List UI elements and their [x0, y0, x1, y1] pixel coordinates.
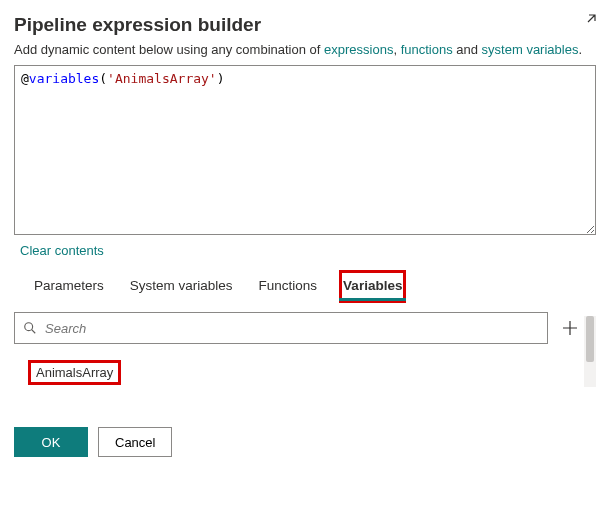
add-button[interactable]: [558, 316, 582, 340]
tab-parameters[interactable]: Parameters: [32, 272, 106, 301]
variable-item[interactable]: AnimalsArray: [30, 362, 119, 383]
tab-variables[interactable]: Variables: [341, 272, 404, 301]
page-title: Pipeline expression builder: [14, 14, 261, 36]
system-variables-link[interactable]: system variables: [482, 42, 579, 57]
editor-token: 'AnimalsArray': [107, 71, 217, 86]
editor-token: variables: [29, 71, 99, 86]
expressions-link[interactable]: expressions: [324, 42, 393, 57]
search-input[interactable]: [43, 320, 539, 337]
cancel-button[interactable]: Cancel: [98, 427, 172, 457]
clear-contents-link[interactable]: Clear contents: [20, 243, 104, 258]
expand-icon[interactable]: [580, 14, 596, 35]
search-box[interactable]: [14, 312, 548, 344]
tab-functions[interactable]: Functions: [257, 272, 320, 301]
search-icon: [23, 321, 37, 335]
scrollbar[interactable]: [584, 316, 596, 387]
editor-token: @: [21, 71, 29, 86]
text: Add dynamic content below using any comb…: [14, 42, 324, 57]
ok-button[interactable]: OK: [14, 427, 88, 457]
category-tabs: Parameters System variables Functions Va…: [14, 272, 582, 302]
svg-line-1: [32, 330, 36, 334]
plus-icon: [562, 320, 578, 336]
scrollbar-thumb[interactable]: [586, 316, 594, 362]
editor-token: ): [217, 71, 225, 86]
svg-point-0: [25, 323, 33, 331]
editor-token: (: [99, 71, 107, 86]
expression-editor[interactable]: @variables('AnimalsArray'): [14, 65, 596, 235]
tab-system-variables[interactable]: System variables: [128, 272, 235, 301]
functions-link[interactable]: functions: [401, 42, 453, 57]
instruction-text: Add dynamic content below using any comb…: [14, 42, 596, 57]
